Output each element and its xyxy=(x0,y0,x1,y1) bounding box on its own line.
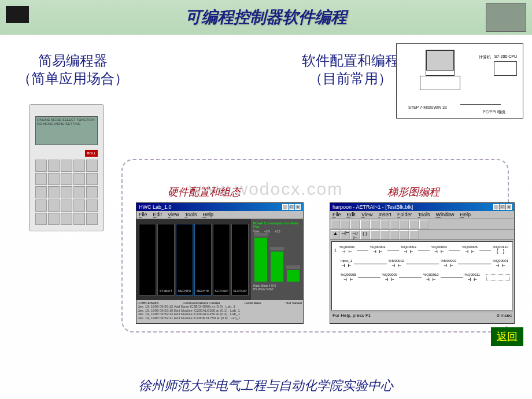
close-icon[interactable]: × xyxy=(506,204,512,210)
power-bar xyxy=(287,270,300,282)
menu-item[interactable]: View xyxy=(361,212,372,218)
power-bar xyxy=(271,252,283,282)
menu-item[interactable]: Folder xyxy=(397,212,412,218)
diagram-monitor xyxy=(426,50,455,76)
device-key xyxy=(48,173,60,185)
diagram-cable xyxy=(460,87,501,105)
hw-title-text: HWC Lab_1.0 xyxy=(139,204,172,210)
menu-item[interactable]: Help xyxy=(202,212,213,218)
rack-slot[interactable]: MECHTM xyxy=(176,224,193,295)
subtitle-right-line2: （目前常用） xyxy=(302,70,399,88)
pointer-icon[interactable]: ▲ xyxy=(331,230,340,239)
menu-item[interactable]: Help xyxy=(460,212,471,218)
menu-item[interactable]: View xyxy=(168,212,179,218)
ladder-toolbar-2: ▲ ⊣⊢ ⊣/⊢ ( ) xyxy=(330,230,514,240)
menu-item[interactable]: File xyxy=(332,212,341,218)
status-right: 0 msec xyxy=(497,313,512,319)
subtitle-right-line1: 软件配置和编程 xyxy=(302,52,399,70)
subtitle-left: 简易编程器 （简单应用场合） xyxy=(17,52,128,88)
tool-btn[interactable] xyxy=(400,220,409,229)
subtitle-left-line2: （简单应用场合） xyxy=(17,70,128,88)
tool-btn[interactable] xyxy=(390,230,399,239)
maximize-icon[interactable]: □ xyxy=(500,204,505,210)
rack-slot[interactable]: MECHTM xyxy=(194,224,212,295)
return-button[interactable]: 返回 xyxy=(491,327,523,346)
device-key xyxy=(48,160,60,172)
tool-btn[interactable] xyxy=(360,220,370,229)
tool-btn[interactable] xyxy=(419,220,428,229)
tool-btn[interactable] xyxy=(370,230,379,239)
menu-item[interactable]: Tools xyxy=(418,212,430,218)
close-icon[interactable]: × xyxy=(295,204,301,210)
ladder-title-bar: harpoon - AETRAI~1 - [TestBlk.blk] _ □ × xyxy=(330,203,514,211)
contact-no-icon[interactable]: ⊣⊢ xyxy=(341,230,350,239)
ladder-title-buttons: _ □ × xyxy=(493,204,512,210)
rack-slot[interactable]: SLOTADP xyxy=(213,224,230,295)
device-key xyxy=(61,173,72,185)
subtitle-left-line1: 简易编程器 xyxy=(17,52,128,70)
device-key xyxy=(48,186,60,198)
tool-btn[interactable] xyxy=(370,220,379,229)
maximize-icon[interactable]: □ xyxy=(289,204,294,210)
diagram-label-computer: 计算机 xyxy=(479,54,491,60)
pc-plc-diagram: 计算机 S7-200 CPU STEP 7-MicroWIN 32 PC/PPI… xyxy=(396,43,523,119)
ladder-title-text: harpoon - AETRAI~1 - [TestBlk.blk] xyxy=(332,204,413,210)
rack-slot[interactable]: SLOTADP xyxy=(231,224,249,295)
rack-panel: SYSBATT MECHTM MECHTM SLOTADP SLOTADP xyxy=(136,219,251,300)
device-key xyxy=(61,213,72,225)
menu-item[interactable]: Edit xyxy=(153,212,162,218)
hw-log-list: Jan. 19, 1998 09:59:12 Add Base IC2BCHS9… xyxy=(138,305,302,320)
device-key xyxy=(48,213,60,225)
hw-title-bar: HWC Lab_1.0 _ □ × xyxy=(136,203,303,211)
tool-btn[interactable] xyxy=(409,230,419,239)
menu-item[interactable]: File xyxy=(139,212,147,218)
sub-label-hardware: 硬件配置和组态 xyxy=(168,185,241,199)
device-key xyxy=(35,160,47,172)
device-key xyxy=(73,186,85,198)
power-title: Power Consumption for Main Pwr xyxy=(253,221,301,228)
ladder-diagram[interactable]: 1 %Q00001⊣ ⊢ %Q00002⊣ ⊢ %Q00003⊣ ⊢ %Q000… xyxy=(331,241,513,311)
tool-btn[interactable] xyxy=(380,220,389,229)
device-key xyxy=(86,173,98,185)
status-left: For Help, press F1 xyxy=(332,313,371,319)
diagram-label-cpu: S7-200 CPU xyxy=(494,54,517,58)
tool-btn[interactable] xyxy=(350,220,360,229)
device-key xyxy=(86,200,98,212)
device-key xyxy=(73,173,85,185)
rack-slot[interactable] xyxy=(139,224,156,295)
tool-btn[interactable] xyxy=(380,230,389,239)
device-key xyxy=(61,186,72,198)
sub-label-ladder: 梯形图编程 xyxy=(387,185,439,199)
ladder-rung: Input_1⊣ ⊢ %M00002⊣ ⊢ %M00003⊣ ⊢ %Q00001… xyxy=(334,258,510,269)
power-bar xyxy=(254,238,267,282)
tool-btn[interactable] xyxy=(390,220,399,229)
device-key xyxy=(35,186,47,198)
ladder-status-bar: For Help, press F1 0 msec xyxy=(330,312,514,320)
content-area: 简易编程器 （简单应用场合） 软件配置和编程 （目前常用） ONLINE MOD… xyxy=(0,35,532,376)
hw-body: SYSBATT MECHTM MECHTM SLOTADP SLOTADP Po… xyxy=(136,219,303,300)
contact-nc-icon[interactable]: ⊣/⊢ xyxy=(350,230,360,239)
device-key xyxy=(35,173,47,185)
diagram-label-cable: PC/PPI 电缆 xyxy=(483,109,505,115)
device-key xyxy=(73,160,85,172)
hw-title-buttons: _ □ × xyxy=(282,204,301,210)
tool-btn[interactable] xyxy=(331,220,340,229)
device-key xyxy=(35,213,47,225)
menu-item[interactable]: Insert xyxy=(378,212,391,218)
minimize-icon[interactable]: _ xyxy=(282,204,288,210)
device-key xyxy=(86,186,98,198)
power-panel: Power Consumption for Main Pwr Volts +5.… xyxy=(251,219,303,300)
tool-btn[interactable] xyxy=(400,230,409,239)
menu-item[interactable]: Window xyxy=(435,212,454,218)
menu-item[interactable]: Tools xyxy=(184,212,197,218)
power-bars xyxy=(254,235,300,282)
device-key xyxy=(86,213,98,225)
tool-btn[interactable] xyxy=(409,220,419,229)
header-bar: 可编程控制器软件编程 xyxy=(0,0,532,35)
rack-slot[interactable]: SYSBATT xyxy=(157,224,175,295)
minimize-icon[interactable]: _ xyxy=(493,204,499,210)
coil-icon[interactable]: ( ) xyxy=(360,230,370,239)
tool-btn[interactable] xyxy=(341,220,350,229)
handheld-programmer-image: ONLINE MODE SELECT FUNCTION RD MODE MENU… xyxy=(29,104,104,231)
menu-item[interactable]: Edit xyxy=(347,212,356,218)
